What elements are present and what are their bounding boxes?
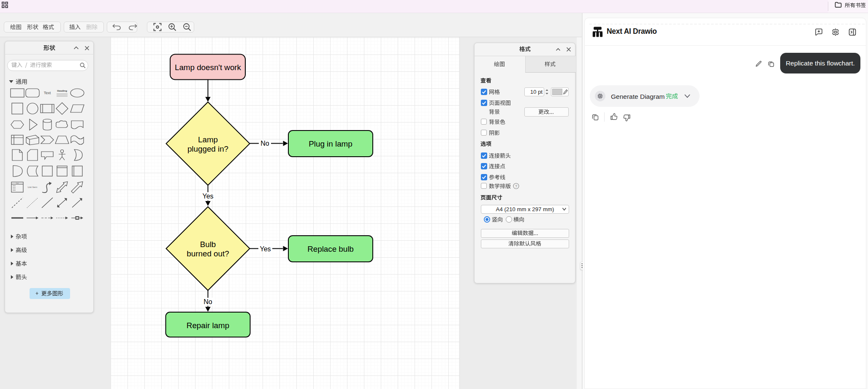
svg-text:Yes: Yes (260, 245, 271, 253)
svg-text:No: No (203, 298, 212, 305)
svg-text:Bulb: Bulb (200, 240, 216, 249)
svg-text:Repair lamp: Repair lamp (187, 321, 229, 330)
svg-text:Text: Text (44, 91, 51, 95)
svg-text:List: List (16, 182, 19, 184)
svg-text:Plug in lamp: Plug in lamp (309, 139, 352, 148)
svg-text:burned out?: burned out? (187, 249, 229, 258)
svg-text:Heading: Heading (57, 90, 67, 92)
svg-text:List Item: List Item (28, 186, 38, 188)
svg-text:Lamp doesn't work: Lamp doesn't work (175, 63, 241, 72)
svg-text:Replace bulb: Replace bulb (307, 245, 354, 253)
svg-text:?: ? (515, 184, 517, 188)
svg-text:Lamp: Lamp (198, 135, 218, 144)
svg-text:plugged in?: plugged in? (187, 144, 228, 153)
svg-text:Yes: Yes (202, 193, 213, 200)
svg-text:No: No (260, 140, 269, 147)
